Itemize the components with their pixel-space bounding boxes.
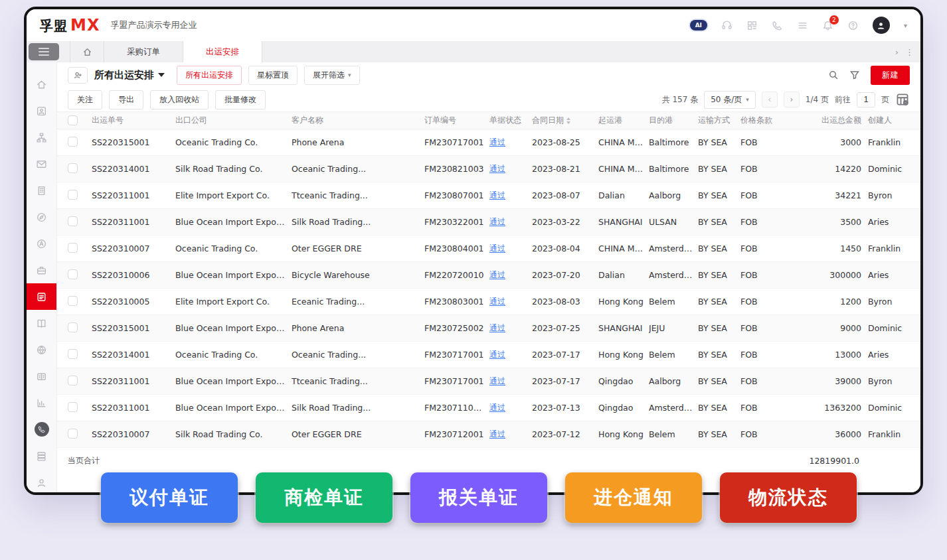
contacts-icon[interactable] bbox=[27, 98, 57, 124]
row-checkbox[interactable] bbox=[68, 216, 78, 226]
org-icon[interactable] bbox=[27, 124, 57, 151]
cell-contract-date: 2023-07-13 bbox=[532, 403, 598, 413]
cell-export-company: Silk Road Trading Co. bbox=[175, 429, 292, 439]
chip-starred-pinned[interactable]: 星标置顶 bbox=[248, 66, 298, 85]
negotiation-docs-button[interactable]: 议付单证 bbox=[101, 472, 238, 523]
chart-icon[interactable] bbox=[27, 389, 57, 416]
cell-total-amount: 3500 bbox=[796, 217, 868, 227]
row-checkbox[interactable] bbox=[68, 190, 78, 200]
table-row: SS220311001 Blue Ocean Import Export Co.… bbox=[57, 209, 920, 236]
goto-label: 前往 bbox=[835, 94, 851, 105]
filter-funnel-icon[interactable] bbox=[849, 70, 860, 80]
tab-bar: 采购订单 出运安排 › ⋮ bbox=[27, 41, 920, 62]
logistics-status-button[interactable]: 物流状态 bbox=[720, 472, 857, 523]
row-checkbox[interactable] bbox=[68, 243, 78, 253]
chip-all-shipments[interactable]: 所有出运安排 bbox=[177, 66, 242, 85]
avatar[interactable] bbox=[873, 17, 890, 34]
home-icon[interactable] bbox=[27, 71, 57, 98]
cell-total-amount: 1450 bbox=[796, 244, 868, 253]
row-checkbox[interactable] bbox=[68, 163, 78, 173]
target-icon[interactable] bbox=[27, 230, 57, 257]
status-link[interactable]: 通过 bbox=[489, 429, 505, 439]
status-link[interactable]: 通过 bbox=[489, 164, 505, 173]
table-row: SS220311001 Blue Ocean Import Export Co.… bbox=[57, 395, 920, 421]
status-link[interactable]: 通过 bbox=[489, 297, 505, 306]
status-link[interactable]: 通过 bbox=[489, 244, 505, 253]
cell-shipment-no: SS220310006 bbox=[92, 270, 175, 280]
page-size-select[interactable]: 50 条/页 ▾ bbox=[704, 91, 756, 109]
cell-price-terms: FOB bbox=[740, 190, 796, 200]
globe-icon[interactable] bbox=[27, 336, 57, 363]
batch-edit-button[interactable]: 批量修改 bbox=[215, 90, 266, 109]
follow-button[interactable]: 关注 bbox=[68, 90, 102, 109]
phone-icon[interactable] bbox=[772, 20, 783, 31]
row-checkbox[interactable] bbox=[68, 269, 78, 279]
row-checkbox[interactable] bbox=[68, 376, 78, 385]
col-contract-date[interactable]: 合同日期 bbox=[532, 115, 598, 126]
column-settings-icon[interactable] bbox=[895, 92, 910, 107]
table-row: SS220311001 Elite Import Export Co. Ttce… bbox=[57, 182, 920, 209]
next-page-button[interactable]: › bbox=[784, 92, 800, 107]
building-icon[interactable] bbox=[27, 177, 57, 204]
warehouse-notice-button[interactable]: 进仓通知 bbox=[565, 472, 702, 523]
row-checkbox[interactable] bbox=[68, 349, 78, 359]
book-icon[interactable] bbox=[27, 310, 57, 336]
row-checkbox[interactable] bbox=[68, 429, 78, 439]
col-total-amount: 出运总金额 bbox=[796, 115, 868, 126]
row-checkbox[interactable] bbox=[68, 137, 78, 147]
col-customer: 客户名称 bbox=[292, 115, 424, 126]
status-link[interactable]: 通过 bbox=[489, 323, 505, 332]
recycle-bin-button[interactable]: 放入回收站 bbox=[150, 90, 209, 109]
pagination: 共 157 条 50 条/页 ▾ ‹ › 1/4 页 前往 页 bbox=[662, 91, 910, 109]
col-price-terms: 价格条款 bbox=[740, 115, 796, 126]
row-checkbox[interactable] bbox=[68, 402, 78, 412]
qr-icon[interactable] bbox=[746, 20, 758, 31]
prev-page-button[interactable]: ‹ bbox=[762, 92, 778, 107]
tab-home[interactable] bbox=[70, 41, 104, 62]
goto-page-input[interactable] bbox=[857, 92, 875, 107]
status-link[interactable]: 通过 bbox=[489, 190, 505, 200]
tab-shipping-arrangement[interactable]: 出运安排 bbox=[183, 41, 262, 62]
select-all-checkbox[interactable] bbox=[68, 115, 78, 125]
search-icon[interactable] bbox=[828, 70, 839, 80]
ai-badge[interactable]: AI bbox=[690, 20, 707, 31]
row-checkbox[interactable] bbox=[68, 296, 78, 306]
new-button[interactable]: 新建 bbox=[871, 66, 910, 85]
status-link[interactable]: 通过 bbox=[489, 376, 505, 385]
table-header: 出运单号 出口公司 客户名称 订单编号 单据状态 合同日期 起运港 目的港 运输… bbox=[57, 111, 920, 129]
sort-icon[interactable] bbox=[566, 117, 570, 124]
cell-order-no: FM230711002,F... bbox=[424, 403, 489, 413]
status-link[interactable]: 通过 bbox=[489, 137, 505, 147]
status-link[interactable]: 通过 bbox=[489, 403, 505, 412]
user-icon[interactable] bbox=[27, 469, 57, 492]
assign-user-icon[interactable] bbox=[68, 67, 88, 84]
topbar-icons: AI 2 ▾ bbox=[690, 17, 907, 34]
mail-icon[interactable] bbox=[27, 151, 57, 177]
server-icon[interactable] bbox=[27, 443, 57, 469]
headset-icon[interactable] bbox=[721, 20, 732, 31]
list-icon[interactable] bbox=[797, 20, 808, 31]
cell-order-no: FM230725002 bbox=[424, 323, 489, 333]
customs-docs-button[interactable]: 报关单证 bbox=[410, 472, 547, 523]
shipping-doc-icon[interactable] bbox=[27, 283, 57, 310]
menu-toggle[interactable] bbox=[29, 43, 59, 60]
row-checkbox[interactable] bbox=[68, 322, 78, 332]
help-icon[interactable] bbox=[847, 20, 859, 31]
status-link[interactable]: 通过 bbox=[489, 350, 505, 359]
summary-label: 当页合计 bbox=[68, 455, 100, 466]
status-link[interactable]: 通过 bbox=[489, 270, 505, 279]
chip-expand-filters[interactable]: 展开筛选 ▾ bbox=[304, 66, 360, 85]
inspection-docs-button[interactable]: 商检单证 bbox=[256, 472, 392, 523]
view-selector[interactable]: 所有出运安排 bbox=[94, 69, 165, 82]
compass-icon[interactable] bbox=[27, 204, 57, 230]
briefcase-icon[interactable] bbox=[27, 257, 57, 283]
chevron-down-icon[interactable]: ▾ bbox=[904, 22, 907, 29]
status-link[interactable]: 通过 bbox=[489, 217, 505, 226]
kebab-menu-icon[interactable]: ⋮ bbox=[905, 47, 914, 57]
tab-purchase-orders[interactable]: 采购订单 bbox=[104, 41, 183, 62]
card-icon[interactable] bbox=[27, 363, 57, 389]
phone-icon[interactable] bbox=[27, 416, 57, 443]
bell-icon[interactable]: 2 bbox=[822, 20, 833, 31]
chevron-right-icon[interactable]: › bbox=[895, 47, 899, 57]
export-button[interactable]: 导出 bbox=[109, 90, 143, 109]
